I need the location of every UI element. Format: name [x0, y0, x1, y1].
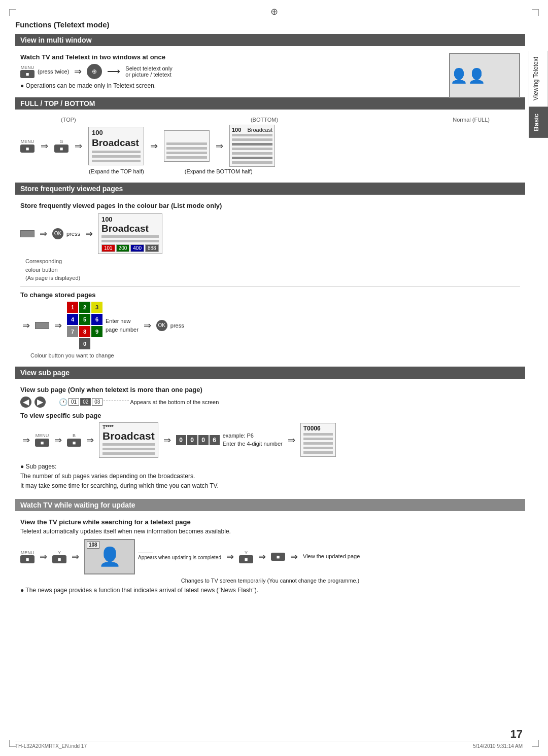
key-8[interactable]: 8: [79, 326, 90, 337]
right-nav-btn[interactable]: ▶: [35, 397, 46, 408]
label-full: Normal (FULL): [453, 117, 490, 123]
menu-btn[interactable]: ■: [20, 70, 35, 78]
colbar-888: 888: [145, 244, 159, 252]
colour-bar-numbers: 101 200 400 888: [101, 244, 159, 252]
example-label: example: P6 Enter the 4-digit number: [223, 432, 283, 448]
specific-row: ⇒ MENU ■ ⇒ B ■ ⇒ T**** Broadcast: [20, 422, 520, 458]
t0006-box: T0006: [300, 423, 336, 457]
change-arrow-0: ⇒: [22, 320, 30, 331]
watch-menu-btn[interactable]: ■: [20, 555, 35, 563]
section-bar-sub: View sub page: [15, 367, 525, 379]
watch-y-btn1[interactable]: ■: [52, 555, 66, 563]
colbar-101: 101: [101, 244, 115, 252]
key-9[interactable]: 9: [91, 326, 102, 337]
left-nav-btn[interactable]: ◀: [20, 397, 31, 408]
view-label: View the updated page: [303, 553, 360, 560]
key-4[interactable]: 4: [67, 314, 78, 325]
changes-note: Changes to TV screen temporarily (You ca…: [20, 578, 520, 584]
section-bar-multi-window: View in multi window: [15, 34, 525, 46]
specific-arrow-3: ⇒: [163, 435, 171, 446]
section-bar-watch: Watch TV while waiting for update: [15, 499, 525, 511]
watch-y-btn2[interactable]: ■: [239, 555, 253, 563]
expand-top-label: (Expand the TOP half): [89, 168, 144, 174]
sub-notes: ● Sub pages: The number of sub pages var…: [20, 462, 520, 491]
key-0[interactable]: 0: [79, 338, 90, 349]
watch-menu-group: MENU ■: [20, 550, 35, 564]
press-label-2: press: [170, 322, 184, 329]
watch-content: View the TV picture while searching for …: [15, 515, 525, 597]
ftb-full-page: 100 Broadcast: [229, 125, 275, 167]
sub-nav-row: ◀ ▶ 🕐 01 02 03 Appears at the bottom of …: [20, 397, 520, 408]
sub-subtitle: View sub page (Only when teletext is mor…: [20, 386, 520, 393]
ftb-arrow-4: ⇒: [216, 140, 223, 152]
specific-broadcast-page: T**** Broadcast: [99, 422, 158, 458]
specific-title: To view specific sub page: [20, 412, 520, 419]
watch-arrow-5: ⇒: [290, 551, 298, 562]
top-reg-mark: ⊕: [270, 6, 278, 17]
key-1[interactable]: 1: [67, 302, 78, 313]
specific-menu-btn[interactable]: ■: [35, 439, 49, 447]
colour-btn[interactable]: [20, 230, 35, 237]
specific-menu-group: MENU ■: [35, 433, 49, 447]
ftb-g-btn[interactable]: ■: [54, 145, 68, 153]
watch-row: MENU ■ ⇒ Y ■ ⇒ 108 👤 Appears when updati: [20, 539, 520, 574]
store-arrow-2: ⇒: [85, 228, 93, 239]
store-row: ⇒ OK press ⇒ 100 Broadcast 101 200 400 8…: [20, 213, 520, 254]
numpad-grid: 1 2 3 4 5 6 7 8 9 0: [67, 302, 102, 349]
watch-arrow-1: ⇒: [40, 551, 47, 562]
specific-b-btn[interactable]: ■: [67, 439, 81, 447]
section-store-pages: Store frequently viewed pages Store freq…: [15, 183, 525, 362]
functions-title: Functions (Teletext mode): [15, 20, 525, 29]
digit-0-1: 0: [176, 435, 186, 445]
key-7[interactable]: 7: [67, 326, 78, 337]
watch-empty-btn: ■: [271, 553, 285, 561]
arrow-right-1: ⇒: [74, 66, 82, 77]
side-tab-basic: Basic: [529, 107, 548, 138]
key-3[interactable]: 3: [91, 302, 102, 313]
appears-annotation: Appears when updating is completed: [138, 553, 221, 561]
digit-0-2: 0: [187, 435, 197, 445]
ok-btn-store[interactable]: OK: [52, 228, 63, 239]
watch-arrow-3: ⇒: [226, 551, 234, 562]
digit-6: 6: [210, 435, 220, 445]
watch-y-btn3[interactable]: ■: [271, 553, 285, 561]
colbar-400: 400: [130, 244, 144, 252]
dashed-line: [104, 401, 129, 401]
store-content: Store frequently viewed pages in the col…: [15, 199, 525, 362]
expand-labels: (Expand the TOP half) (Expand the BOTTOM…: [20, 168, 520, 174]
colour-btn-change[interactable]: [35, 322, 49, 329]
change-title: To change stored pages: [20, 291, 520, 299]
side-tab-viewing-teletext: Viewing Teletext: [529, 51, 548, 107]
news-note: ● The news page provides a function that…: [20, 587, 520, 594]
key-6[interactable]: 6: [91, 314, 102, 325]
side-tab-container: Viewing Teletext Basic: [529, 51, 548, 138]
footer-file: TH-L32A20KMRTX_EN.indd 17: [15, 743, 87, 749]
clock-icon: 🕐: [59, 398, 67, 406]
specific-arrow-4: ⇒: [288, 435, 295, 446]
sub-num-03: 03: [92, 398, 102, 406]
enter-labels: Enter new page number: [106, 317, 139, 334]
specific-arrow-0: ⇒: [22, 435, 30, 446]
colour-button-change-label: Colour button you want to change: [30, 352, 520, 358]
key-2[interactable]: 2: [79, 302, 90, 313]
ok-btn-change[interactable]: OK: [156, 320, 167, 331]
section-watch-tv: Watch TV while waiting for update View t…: [15, 499, 525, 597]
change-row: ⇒ ⇒ 1 2 3 4 5 6 7 8 9 0: [20, 302, 520, 349]
ftb-menu-group: MENU ■: [20, 139, 35, 153]
ftb-menu-btn[interactable]: ■: [20, 145, 35, 153]
watch-desc: Teletext automatically updates itself wh…: [20, 528, 520, 535]
colbar-200: 200: [116, 244, 130, 252]
ftb-broadcast-label: Broadcast: [247, 127, 272, 133]
footer-date: 5/14/2010 9:31:14 AM: [473, 743, 523, 749]
key-5[interactable]: 5: [79, 314, 90, 325]
nav-btn[interactable]: ⊕: [87, 64, 102, 79]
store-subtitle: Store frequently viewed pages in the col…: [20, 202, 520, 209]
digit-input-group: 0 0 0 6: [176, 435, 220, 445]
sub-content: View sub page (Only when teletext is mor…: [15, 383, 525, 494]
section-multi-window: View in multi window 👤👤: [15, 34, 525, 92]
ftb-labels-row: (TOP) (BOTTOM) Normal (FULL): [20, 117, 520, 125]
section-ftb: FULL / TOP / BOTTOM (TOP) (BOTTOM) Norma…: [15, 97, 525, 177]
select-label: Select teletext onlyor picture / teletex…: [125, 65, 172, 78]
watch-subtitle: View the TV picture while searching for …: [20, 518, 520, 526]
ftb-bottom-page: [164, 130, 210, 162]
